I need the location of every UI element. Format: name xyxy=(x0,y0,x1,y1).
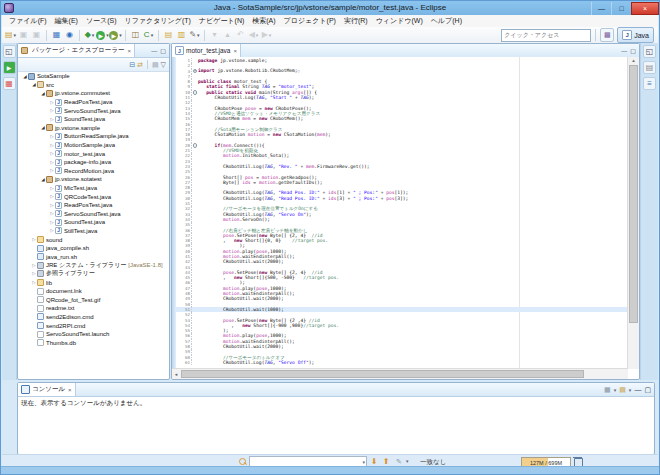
menu-item[interactable]: プロジェクト(P) xyxy=(280,15,340,27)
vertical-scrollbar[interactable]: ▴ xyxy=(627,57,639,369)
tree-item[interactable]: ▷JReadPosTest.java xyxy=(18,98,169,107)
close-icon[interactable]: × xyxy=(68,387,72,393)
menu-item[interactable]: ナビゲート(N) xyxy=(195,15,248,27)
tree-item[interactable]: ▷lib xyxy=(18,278,169,287)
open-task-icon[interactable]: ▤ xyxy=(162,29,175,42)
tree-item[interactable]: ▷sound xyxy=(18,235,169,244)
run-icon[interactable]: ▶▾ xyxy=(96,29,109,42)
minimize-button[interactable]: — xyxy=(591,2,611,15)
tree-item[interactable]: readme.txt xyxy=(18,304,169,313)
close-icon[interactable]: × xyxy=(128,48,132,54)
tree-item[interactable]: ◢jp.vstone.sample xyxy=(18,124,169,133)
quick-access-input[interactable] xyxy=(501,29,591,42)
tree-item[interactable]: QRcode_fot_Test.gif xyxy=(18,295,169,304)
tab-motor-test-java[interactable]: J motor_test.java × xyxy=(172,44,241,57)
tree-item[interactable]: ▷JMicTest.java xyxy=(18,184,169,193)
external-tools-icon[interactable]: ✎▾ xyxy=(188,29,201,42)
forward-icon[interactable]: ▶▾ xyxy=(260,29,273,42)
back-icon[interactable]: ◀▾ xyxy=(247,29,260,42)
scroll-left-icon[interactable]: ◂ xyxy=(172,369,180,379)
minimize-view-button[interactable]: — xyxy=(151,47,157,55)
display-console-icon[interactable]: ▦ xyxy=(604,385,611,394)
menu-item[interactable]: 実行(R) xyxy=(340,15,372,27)
minimize-icon[interactable]: — xyxy=(634,385,641,394)
fold-collapse-icon[interactable]: - xyxy=(193,90,197,94)
new-wizard-icon[interactable]: ▤▾ xyxy=(4,29,17,42)
collapse-all-icon[interactable]: ⊟ xyxy=(129,60,135,69)
open-console-icon[interactable]: ▤ xyxy=(619,385,626,394)
update-icon[interactable]: ◉ xyxy=(63,29,76,42)
menu-item[interactable]: 編集(E) xyxy=(51,15,82,27)
tree-item[interactable]: ▷JMotionSample.java xyxy=(18,141,169,150)
next-annotation-icon[interactable]: ▾ xyxy=(208,29,221,42)
tab-console[interactable]: コンソール × xyxy=(18,383,76,396)
menu-item[interactable]: ソース(S) xyxy=(82,15,121,27)
tab-package-explorer[interactable]: パッケージ・エクスプローラー × xyxy=(18,44,135,57)
tree-item[interactable]: ◢src xyxy=(18,81,169,90)
tree-item[interactable]: ▷JStillTest.java xyxy=(18,227,169,236)
focus-icon[interactable]: ▤ xyxy=(152,60,159,69)
tree-item[interactable]: ▷JSoundTest.java xyxy=(18,115,169,124)
code-editor[interactable]: 1package jp.vstone.sample;23+import jp.v… xyxy=(172,57,628,369)
tree-item[interactable]: ▷JRecordMotion.java xyxy=(18,167,169,176)
menu-item[interactable]: ウィンドウ(W) xyxy=(372,15,427,27)
previous-annotation-icon[interactable]: ▴ xyxy=(221,29,234,42)
save-all-icon[interactable]: ▣ xyxy=(30,29,43,42)
restore-view-icon[interactable]: ◱ xyxy=(3,45,16,58)
tree-item[interactable]: ▷JServoSoundTest.java xyxy=(18,106,169,115)
maximize-icon[interactable]: ▢ xyxy=(644,385,651,394)
save-icon[interactable]: ▣ xyxy=(17,29,30,42)
tree-item[interactable]: document.lnk xyxy=(18,287,169,296)
find-input[interactable] xyxy=(250,458,362,466)
menu-item[interactable]: リファクタリング(T) xyxy=(121,15,195,27)
play-circle-icon[interactable]: ▶ xyxy=(3,61,16,74)
new-java-class-icon[interactable]: C▾ xyxy=(142,29,155,42)
tree-item[interactable]: ◢jp.vstone.sotatest xyxy=(18,175,169,184)
open-perspective-icon[interactable]: ▩ xyxy=(600,28,614,42)
tree-item[interactable]: send2Edison.cmd xyxy=(18,313,169,322)
tree-item[interactable]: ▷JSoundTest.java xyxy=(18,218,169,227)
menu-item[interactable]: 検索(A) xyxy=(248,15,279,27)
menu-item[interactable]: ヘルプ(H) xyxy=(427,15,466,27)
tree-item[interactable]: ▷JServoSoundTest.java xyxy=(18,210,169,219)
tree-item[interactable]: send2RPI.cmd xyxy=(18,321,169,330)
tree-item[interactable]: ServoSoundTest.launch xyxy=(18,330,169,339)
tree-item[interactable]: ▷Jpackage-info.java xyxy=(18,158,169,167)
close-icon[interactable]: × xyxy=(233,48,237,54)
profile-icon[interactable]: ▶▾ xyxy=(109,29,122,42)
tree-item[interactable]: ▷JRE システム・ライブラリー[JavaSE-1.8] xyxy=(18,261,169,270)
link-with-editor-icon[interactable]: ⇄ xyxy=(137,60,143,69)
tree-item[interactable]: java_run.sh xyxy=(18,252,169,261)
fold-expand-icon[interactable]: + xyxy=(193,69,197,73)
new-java-project-icon[interactable]: ◫ xyxy=(129,29,142,42)
tree-item[interactable]: ◢SotaSample xyxy=(18,72,169,81)
tree-item[interactable]: ▷JReadPosTest.java xyxy=(18,201,169,210)
maximize-button[interactable]: □ xyxy=(611,2,631,15)
search-icon[interactable]: ▥ xyxy=(175,29,188,42)
scroll-up-icon[interactable]: ▴ xyxy=(628,57,639,64)
tree-item[interactable]: ▷Jmotor_test.java xyxy=(18,149,169,158)
chevron-down-icon[interactable]: ▾ xyxy=(362,459,366,465)
tree-item[interactable]: ▷JQRCodeTest.java xyxy=(18,192,169,201)
tree-item[interactable]: ▷参照ライブラリー xyxy=(18,270,169,279)
last-edit-location-icon[interactable]: ↶ xyxy=(234,29,247,42)
java-perspective-button[interactable]: J Java xyxy=(617,27,654,43)
tree-item[interactable]: java_compile.sh xyxy=(18,244,169,253)
task-list-icon[interactable]: ▤ xyxy=(643,61,656,74)
horizontal-scrollbar[interactable]: ◂ xyxy=(172,368,628,379)
tree-item[interactable]: ◢jp.vstone.commutest xyxy=(18,89,169,98)
menu-item[interactable]: ファイル(F) xyxy=(5,15,51,27)
colored-grid-icon[interactable]: ▦ xyxy=(3,77,16,90)
scrollbar-thumb[interactable] xyxy=(629,65,638,323)
scrollbar-thumb[interactable] xyxy=(181,370,584,378)
terminal-icon[interactable]: ▦ xyxy=(50,29,63,42)
view-menu-icon[interactable]: ▽ xyxy=(161,60,166,69)
minimize-editor-button[interactable]: — xyxy=(621,47,627,55)
outline-icon[interactable]: ≡ xyxy=(643,77,656,90)
debug-icon[interactable]: ◆▾ xyxy=(83,29,96,42)
close-button[interactable]: × xyxy=(631,2,659,15)
restore-view-icon[interactable]: ◱ xyxy=(643,45,656,58)
tree-item[interactable]: ▷JButtonReadSample.java xyxy=(18,132,169,141)
maximize-view-button[interactable]: ▢ xyxy=(160,47,166,55)
tree-item[interactable]: Thumbs.db xyxy=(18,338,169,347)
